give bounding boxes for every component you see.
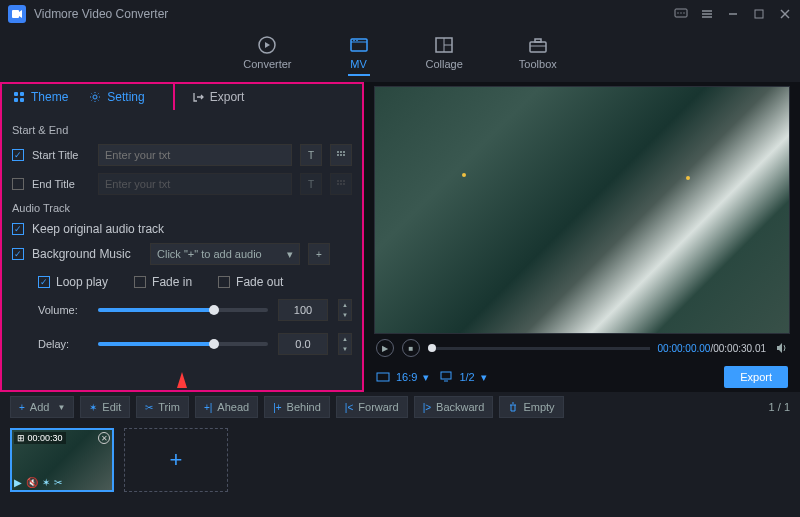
export-button[interactable]: Export	[724, 366, 788, 388]
delay-slider[interactable]	[98, 342, 268, 346]
behind-button[interactable]: |+Behind	[264, 396, 330, 418]
svg-point-28	[337, 151, 339, 153]
aspect-ratio-select[interactable]: 16:9 ▾	[376, 371, 429, 384]
app-title: Vidmore Video Converter	[34, 7, 674, 21]
text-grid-button[interactable]	[330, 144, 352, 166]
wand-icon: ✶	[89, 402, 97, 413]
svg-rect-26	[20, 98, 24, 102]
volume-icon[interactable]	[774, 341, 788, 355]
minimize-icon[interactable]	[726, 7, 740, 21]
nav-mv[interactable]: MV	[348, 34, 370, 76]
start-title-input[interactable]	[98, 144, 292, 166]
backward-button[interactable]: |>Backward	[414, 396, 494, 418]
svg-point-2	[677, 12, 678, 13]
theme-icon	[12, 90, 26, 104]
play-button[interactable]: ▶	[376, 339, 394, 357]
checkbox-loop[interactable]: ✓	[38, 276, 50, 288]
svg-point-31	[337, 154, 339, 156]
svg-point-33	[343, 154, 345, 156]
nav-collage[interactable]: Collage	[426, 34, 463, 76]
toolbox-icon	[527, 34, 549, 56]
stop-button[interactable]: ■	[402, 339, 420, 357]
end-title-label: End Title	[32, 178, 90, 190]
section-audio-track: Audio Track	[12, 202, 352, 214]
checkbox-fadein[interactable]	[134, 276, 146, 288]
add-button[interactable]: +Add▼	[10, 396, 74, 418]
volume-value[interactable]: 100	[278, 299, 328, 321]
collage-icon	[433, 34, 455, 56]
svg-rect-41	[441, 372, 451, 379]
annotation-arrow	[177, 372, 187, 388]
volume-spinner[interactable]: ▲▼	[338, 299, 352, 321]
chevron-down-icon: ▼	[57, 403, 65, 412]
delay-label: Delay:	[38, 338, 88, 350]
clip-remove-button[interactable]: ✕	[98, 432, 110, 444]
trash-icon	[508, 402, 518, 412]
svg-point-39	[343, 183, 345, 185]
btn-label: Ahead	[217, 401, 249, 413]
fadein-label: Fade in	[152, 275, 192, 289]
tab-export[interactable]: Export	[173, 84, 255, 110]
empty-button[interactable]: Empty	[499, 396, 563, 418]
ratio-value: 16:9	[396, 371, 417, 383]
tab-setting[interactable]: Setting	[78, 84, 154, 110]
preview-panel: ▶ ■ 00:00:00.00/00:00:30.01 16:9 ▾ 1/2 ▾…	[364, 82, 800, 392]
svg-rect-0	[12, 10, 19, 18]
forward-icon: |<	[345, 402, 353, 413]
tab-label: Setting	[107, 90, 144, 104]
clip-toolbar: +Add▼ ✶Edit ✂Trim +|Ahead |+Behind |<For…	[0, 392, 800, 422]
delay-spinner[interactable]: ▲▼	[338, 333, 352, 355]
btn-label: Backward	[436, 401, 484, 413]
monitor-icon	[439, 371, 453, 383]
settings-body: Start & End ✓ Start Title T End Title T	[0, 110, 364, 392]
svg-point-34	[337, 180, 339, 182]
edit-button[interactable]: ✶Edit	[80, 396, 130, 418]
feedback-icon[interactable]	[674, 7, 688, 21]
tab-theme[interactable]: Theme	[2, 84, 78, 110]
tab-label: Export	[210, 90, 245, 104]
forward-button[interactable]: |<Forward	[336, 396, 408, 418]
checkbox-fadeout[interactable]	[218, 276, 230, 288]
clip-trim-icon[interactable]: ✂	[54, 477, 62, 488]
clip-effect-icon[interactable]: ✶	[42, 477, 50, 488]
checkbox-start-title[interactable]: ✓	[12, 149, 24, 161]
clip-thumbnail[interactable]: ⊞ 00:00:30 ✕ ▶ 🔇 ✶ ✂	[10, 428, 114, 492]
loop-label: Loop play	[56, 275, 108, 289]
delay-value[interactable]: 0.0	[278, 333, 328, 355]
checkbox-end-title[interactable]	[12, 178, 24, 190]
svg-rect-23	[14, 92, 18, 96]
bg-music-select[interactable]: Click "+" to add audio ▾	[150, 243, 300, 265]
volume-slider[interactable]	[98, 308, 268, 312]
export-icon	[191, 90, 205, 104]
text-style-button-disabled: T	[300, 173, 322, 195]
maximize-icon[interactable]	[752, 7, 766, 21]
progress-bar[interactable]	[428, 347, 650, 350]
video-preview[interactable]	[374, 86, 790, 334]
nav-converter[interactable]: Converter	[243, 34, 291, 76]
main-area: Theme Setting Export Start & End ✓ Start…	[0, 82, 800, 392]
trim-button[interactable]: ✂Trim	[136, 396, 189, 418]
clip-mute-icon[interactable]: 🔇	[26, 477, 38, 488]
svg-point-32	[340, 154, 342, 156]
nav-toolbox[interactable]: Toolbox	[519, 34, 557, 76]
add-clip-button[interactable]: +	[124, 428, 228, 492]
close-icon[interactable]	[778, 7, 792, 21]
svg-point-38	[340, 183, 342, 185]
fadeout-label: Fade out	[236, 275, 283, 289]
ahead-button[interactable]: +|Ahead	[195, 396, 258, 418]
checkbox-bg-music[interactable]: ✓	[12, 248, 24, 260]
svg-point-37	[337, 183, 339, 185]
text-style-button[interactable]: T	[300, 144, 322, 166]
svg-point-30	[343, 151, 345, 153]
scissors-icon: ✂	[145, 402, 153, 413]
add-audio-button[interactable]: +	[308, 243, 330, 265]
clip-play-icon[interactable]: ▶	[14, 477, 22, 488]
preview-options: 16:9 ▾ 1/2 ▾ Export	[374, 362, 790, 392]
end-title-input[interactable]	[98, 173, 292, 195]
menu-icon[interactable]	[700, 7, 714, 21]
display-count-select[interactable]: 1/2 ▾	[439, 371, 486, 384]
svg-rect-21	[535, 39, 541, 42]
section-start-end: Start & End	[12, 124, 352, 136]
checkbox-keep-original[interactable]: ✓	[12, 223, 24, 235]
pager: 1 / 1	[769, 401, 790, 413]
